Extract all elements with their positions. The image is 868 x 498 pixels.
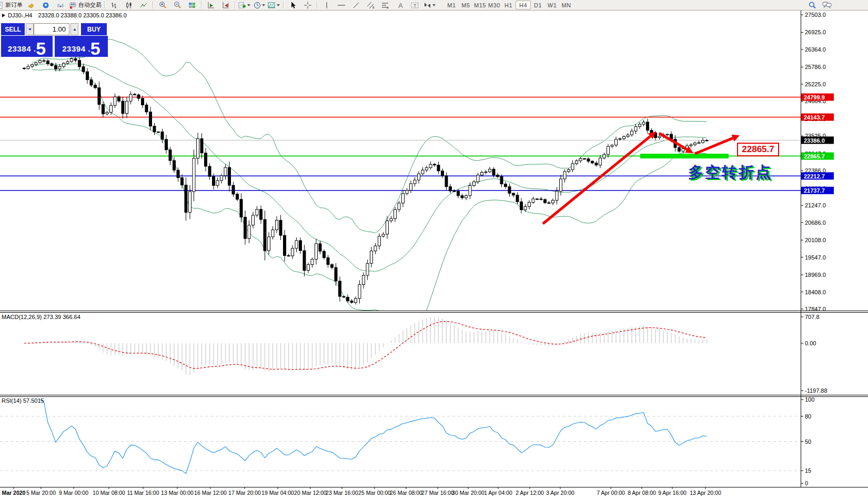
price-axis-label: 20686.0 bbox=[805, 220, 826, 226]
date-axis-label: 17 Mar 20:00 bbox=[228, 490, 261, 496]
ohlc-values: 23328.0 23388.0 23305.0 23386.0 bbox=[38, 12, 127, 18]
price-axis-label: 80 bbox=[805, 413, 811, 420]
trend-arrow bbox=[543, 136, 650, 224]
price-axis-label: 20108.0 bbox=[805, 237, 826, 243]
price-axis-label: 21247.0 bbox=[805, 202, 826, 208]
price-axis-label: 25225.0 bbox=[805, 81, 826, 87]
price-axis-label: 15 bbox=[805, 467, 811, 474]
price-axis-label: 50 bbox=[805, 439, 811, 445]
date-axis-label: 5 Mar 20:00 bbox=[26, 490, 56, 496]
price-tag-text: 22212.7 bbox=[804, 173, 825, 180]
date-axis-label: 13 Mar 00:00 bbox=[161, 490, 194, 496]
main-price-pane[interactable] bbox=[0, 39, 801, 330]
axes: 27503.026925.026364.025786.025225.024664… bbox=[0, 11, 868, 496]
price-tag-text: 24799.9 bbox=[804, 94, 825, 101]
date-axis-label: 2 Apr 12:00 bbox=[516, 490, 544, 496]
date-axis-label: 13 Apr 20:00 bbox=[690, 490, 721, 496]
price-axis-label: 100 bbox=[805, 396, 814, 403]
price-axis-label: 26925.0 bbox=[805, 29, 826, 35]
price-axis-label: 707.8 bbox=[805, 314, 820, 320]
date-axis-label: 7 Apr 00:00 bbox=[597, 490, 625, 496]
price-axis-label: 0.00 bbox=[805, 340, 816, 346]
sell-price-pip: 5 bbox=[36, 40, 46, 57]
symbol-period-label: DJ30-,H4 bbox=[8, 12, 32, 18]
date-axis-label: 11 Mar 16:00 bbox=[127, 490, 159, 496]
date-axis-label: 19 Mar 04:00 bbox=[261, 490, 294, 496]
date-axis-label: 30 Mar 20:00 bbox=[452, 490, 485, 496]
date-axis-label: 8 Apr 08:00 bbox=[628, 490, 656, 496]
price-axis-label: 17847.0 bbox=[805, 306, 826, 312]
buy-button[interactable]: BUY bbox=[81, 23, 107, 35]
date-axis-label: 9 Mar 00:00 bbox=[59, 490, 88, 496]
price-axis-label: 18969.0 bbox=[805, 272, 826, 278]
date-axis-label: 16 Mar 12:00 bbox=[194, 490, 227, 496]
chart-header: DJ30-,H4 23328.0 23388.0 23305.0 23386.0 bbox=[8, 12, 127, 18]
rsi-pane[interactable] bbox=[0, 400, 801, 474]
date-axis-label: 25 Mar 00:00 bbox=[358, 490, 391, 496]
date-axis-label: 23 Mar 16:00 bbox=[326, 490, 358, 496]
date-axis-label: Mar 2020 bbox=[2, 490, 26, 496]
price-tag-text: 22865.7 bbox=[804, 153, 825, 160]
triangle-down-icon bbox=[28, 28, 32, 32]
sell-price-display[interactable]: 23384 .5 bbox=[1, 36, 53, 57]
volume-increase-button[interactable] bbox=[70, 23, 78, 35]
date-axis-label: 1 Apr 04:00 bbox=[484, 490, 512, 496]
trend-arrow bbox=[659, 133, 687, 150]
symbol-marker-icon bbox=[2, 14, 5, 17]
volume-decrease-button[interactable] bbox=[26, 23, 34, 35]
date-axis-label: 20 Mar 12:00 bbox=[294, 490, 327, 496]
price-axis-label: 18408.0 bbox=[805, 289, 826, 295]
macd-pane[interactable] bbox=[24, 317, 707, 375]
date-axis-label: 9 Apr 16:00 bbox=[658, 490, 687, 496]
support-zone-bar bbox=[640, 154, 729, 158]
price-axis-label: 26364.0 bbox=[805, 46, 826, 53]
date-axis-label: 10 Mar 08:00 bbox=[93, 490, 125, 496]
price-tag-text: 24143.7 bbox=[804, 114, 825, 121]
triangle-up-icon bbox=[73, 27, 76, 31]
chart-canvas[interactable]: 27503.026925.026364.025786.025225.024664… bbox=[0, 0, 868, 498]
buy-price-main: 23394 . bbox=[62, 44, 90, 57]
buy-price-display[interactable]: 23394 .5 bbox=[55, 36, 108, 57]
date-axis-label: 26 Mar 08:00 bbox=[390, 490, 422, 496]
sell-button[interactable]: SELL bbox=[1, 23, 25, 35]
pivot-annotation[interactable]: 多空转折点 bbox=[688, 162, 772, 183]
date-axis-label: 3 Apr 20:00 bbox=[546, 490, 574, 496]
price-axis-label: 19547.0 bbox=[805, 254, 826, 261]
macd-label: MACD(12,26,9) 273.39 366.64 bbox=[2, 314, 80, 320]
price-axis-label: 0 bbox=[805, 480, 808, 486]
price-tag-text: 21737.7 bbox=[804, 187, 825, 194]
price-axis-label: -1197.88 bbox=[805, 387, 827, 394]
sell-price-main: 23384 . bbox=[8, 44, 36, 57]
buy-price-pip: 5 bbox=[90, 40, 100, 57]
price-axis-label: 27503.0 bbox=[805, 12, 826, 18]
price-callout-label[interactable]: 22865.7 bbox=[737, 143, 779, 156]
price-axis-label: 25786.0 bbox=[805, 64, 826, 70]
one-click-trading-panel: SELL 1.00 BUY 23384 .5 23394 .5 bbox=[1, 23, 108, 57]
volume-input[interactable]: 1.00 bbox=[34, 23, 69, 35]
date-axis-label: 27 Mar 16:00 bbox=[421, 490, 454, 496]
price-tag-text: 23386.0 bbox=[804, 137, 825, 144]
rsi-label: RSI(14) 57.5015 bbox=[2, 397, 44, 404]
